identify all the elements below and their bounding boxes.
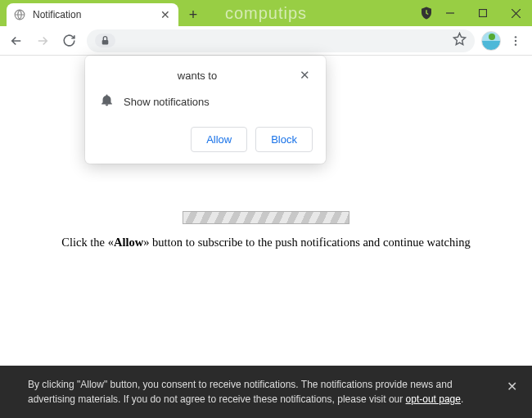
menu-button[interactable] [504, 29, 527, 52]
shield-icon[interactable] [419, 6, 434, 20]
svg-point-8 [515, 43, 516, 45]
minimize-button[interactable] [434, 0, 467, 26]
instruction-bold: Allow [114, 236, 143, 249]
instruction-prefix: Click the « [61, 236, 114, 249]
tab-close-icon[interactable]: ✕ [159, 8, 172, 21]
block-button[interactable]: Block [255, 127, 313, 152]
dialog-header: wants to ✕ [98, 67, 313, 83]
back-button[interactable] [5, 29, 28, 52]
instruction-text: Click the «Allow» button to subscribe to… [0, 236, 532, 249]
svg-point-6 [515, 36, 516, 38]
dialog-buttons: Allow Block [98, 127, 313, 152]
tab-title: Notification [33, 9, 152, 20]
address-bar[interactable] [87, 29, 475, 52]
dialog-body-text: Show notifications [124, 96, 210, 108]
site-info-button[interactable] [95, 34, 115, 47]
close-button[interactable] [499, 0, 532, 26]
svg-rect-5 [102, 40, 109, 44]
cookie-text-b: . [461, 393, 463, 405]
svg-point-7 [515, 39, 516, 41]
cookie-close-icon[interactable]: ✕ [507, 377, 517, 397]
lock-icon [100, 35, 110, 46]
allow-button[interactable]: Allow [191, 127, 247, 152]
dialog-title: wants to [98, 70, 296, 82]
titlebar: Notification ✕ + computips [0, 0, 532, 26]
new-tab-button[interactable]: + [182, 3, 205, 26]
cookie-text-a: By clicking "Allow" button, you consent … [28, 379, 453, 405]
instruction-suffix: » button to subscribe to the push notifi… [143, 236, 471, 249]
dialog-body: Show notifications [98, 93, 313, 110]
maximize-button[interactable] [467, 0, 499, 26]
bookmark-icon[interactable] [453, 32, 467, 49]
tab-strip: Notification ✕ + [0, 0, 205, 26]
opt-out-link[interactable]: opt-out page [406, 393, 461, 405]
globe-icon [13, 8, 26, 21]
browser-tab[interactable]: Notification ✕ [7, 3, 178, 26]
page-content: wants to ✕ Show notifications Allow Bloc… [0, 56, 532, 418]
forward-button[interactable] [31, 29, 54, 52]
cookie-bar: By clicking "Allow" button, you consent … [0, 366, 532, 418]
bell-icon [100, 93, 114, 110]
permission-dialog: wants to ✕ Show notifications Allow Bloc… [85, 56, 326, 164]
toolbar [0, 26, 532, 56]
dialog-close-icon[interactable]: ✕ [296, 67, 313, 83]
brand-watermark: computips [225, 4, 307, 23]
profile-avatar[interactable] [481, 31, 501, 51]
progress-bar [183, 211, 349, 224]
svg-rect-2 [480, 10, 487, 17]
window-controls [434, 0, 532, 26]
reload-button[interactable] [57, 29, 80, 52]
